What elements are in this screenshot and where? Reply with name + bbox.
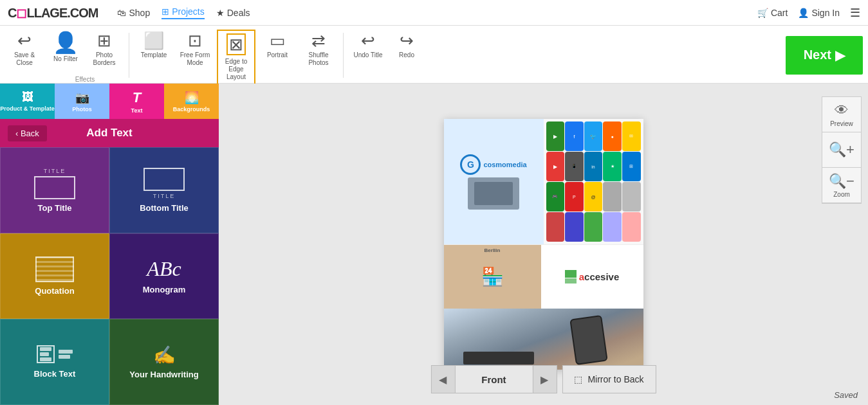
photo-borders-icon: ⊞ xyxy=(97,32,111,49)
effects-label: Effects xyxy=(75,76,95,83)
shop-icon: 🛍 xyxy=(117,8,126,18)
page-label: Front xyxy=(455,365,532,393)
canvas-accesive: accesive xyxy=(541,245,643,309)
block-text-preview xyxy=(37,345,73,365)
redo-button[interactable]: ↪ Redo xyxy=(387,30,426,75)
no-filter-icon: 👤 xyxy=(53,32,78,53)
phone-simulation xyxy=(569,315,608,365)
undo-redo-group: ↩ Undo Title ↪ Redo xyxy=(349,30,426,75)
tab-text[interactable]: T Text xyxy=(109,84,164,119)
user-icon: 👤 xyxy=(798,8,809,18)
left-panel: 🖼 Product & Template 📷 Photos T Text 🌅 B… xyxy=(0,84,219,405)
tab-product-template[interactable]: 🖼 Product & Template xyxy=(0,84,55,119)
canvas-middle-row: 🏪 Berllin accesive xyxy=(444,244,643,309)
tab-backgrounds[interactable]: 🌅 Backgrounds xyxy=(164,84,219,119)
zoom-in-icon: 🔍+ xyxy=(829,141,854,158)
cart-icon: 🛒 xyxy=(757,8,768,18)
your-handwriting-tile[interactable]: ✍ Your Handwriting xyxy=(109,319,219,405)
nav-shop[interactable]: 🛍 Shop xyxy=(117,8,150,18)
toolbar-divider-1 xyxy=(129,33,129,78)
canvas-image-cosmomedia: G cosmomedia xyxy=(444,119,544,244)
template-button[interactable]: ⬜ Template xyxy=(134,30,173,75)
edge-icon: ⊠ xyxy=(226,33,246,55)
bottom-title-preview: TITLE xyxy=(143,168,185,199)
top-title-tile[interactable]: TITLE Top Title xyxy=(0,147,109,233)
no-filter-button[interactable]: 👤 No Filter xyxy=(46,30,85,75)
collage-canvas: G cosmomedia ▶ f 🐦 xyxy=(444,119,643,370)
zoom-out-button[interactable]: 🔍− Zoom xyxy=(822,168,861,203)
quotation-tile[interactable]: Quotation xyxy=(0,233,109,320)
free-form-button[interactable]: ⊡ Free Form Mode xyxy=(176,30,214,75)
toolbar-divider-2 xyxy=(343,33,344,78)
canvas-top-row: G cosmomedia ▶ f 🐦 xyxy=(444,119,643,244)
main-area: 🖼 Product & Template 📷 Photos T Text 🌅 B… xyxy=(0,84,868,405)
nav-links: 🛍 Shop ⊞ Projects ★ Deals xyxy=(117,6,250,19)
portrait-button[interactable]: ▭ Portrait xyxy=(258,30,297,75)
monogram-tile[interactable]: ABc Monogram xyxy=(109,233,219,320)
photos-tab-icon: 📷 xyxy=(75,91,89,105)
edge-to-edge-button[interactable]: ⊠ Edge to Edge Layout xyxy=(217,30,255,85)
next-button[interactable]: Next ▶ xyxy=(786,36,863,75)
effects-group: 👤 No Filter ⊞ Photo Borders Effects xyxy=(46,30,124,83)
quotation-preview xyxy=(35,256,74,282)
template-icon: ⬜ xyxy=(143,32,164,49)
redo-icon: ↪ xyxy=(400,32,414,49)
top-title-preview: TITLE xyxy=(34,168,75,199)
bottom-nav: ◀ Front ▶ ⬚ Mirror to Back xyxy=(430,360,656,399)
right-content: G cosmomedia ▶ f 🐦 xyxy=(219,84,868,405)
block-text-tile[interactable]: Block Text xyxy=(0,319,109,405)
nav-projects[interactable]: ⊞ Projects xyxy=(162,6,205,19)
canvas-shop: 🏪 Berllin xyxy=(444,245,541,309)
back-button[interactable]: ‹ Back xyxy=(8,125,47,141)
next-page-button[interactable]: ▶ xyxy=(532,365,557,393)
eye-icon: 👁 xyxy=(835,102,849,119)
nav-deals[interactable]: ★ Deals xyxy=(216,8,250,18)
handwriting-preview: ✍ xyxy=(153,345,176,366)
projects-icon: ⊞ xyxy=(162,6,169,17)
shuffle-icon: ⇄ xyxy=(311,32,326,49)
mirror-icon: ⬚ xyxy=(574,374,582,384)
prev-page-button[interactable]: ◀ xyxy=(430,365,455,393)
monogram-preview: ABc xyxy=(147,257,181,281)
hamburger-icon: ☰ xyxy=(850,6,860,20)
preview-button[interactable]: 👁 Preview xyxy=(822,97,861,132)
bottom-title-tile[interactable]: TITLE Bottom Title xyxy=(109,147,219,233)
undo-icon: ↩ xyxy=(361,32,375,49)
signin-button[interactable]: 👤 Sign In xyxy=(798,8,840,18)
canvas-image-hexgrid: ▶ f 🐦 ● ✉ ▶ 📱 in ★ ⊞ 🎮 P @ xyxy=(544,119,643,244)
shuffle-photos-button[interactable]: ⇄ Shuffle Photos xyxy=(299,30,338,75)
tab-photos[interactable]: 📷 Photos xyxy=(55,84,109,119)
zoom-out-icon: 🔍− xyxy=(829,173,854,190)
save-close-button[interactable]: ↩ Save & Close xyxy=(5,30,44,75)
canvas-area: G cosmomedia ▶ f 🐦 xyxy=(219,84,868,405)
text-tab-icon: T xyxy=(133,89,141,106)
portrait-icon: ▭ xyxy=(270,32,286,49)
side-tools: 👁 Preview 🔍+ 🔍− Zoom xyxy=(822,96,862,204)
next-arrow-icon: ▶ xyxy=(835,48,845,63)
photo-borders-button[interactable]: ⊞ Photo Borders xyxy=(85,30,124,75)
toolbar: ↩ Save & Close 👤 No Filter ⊞ Photo Borde… xyxy=(0,26,868,84)
nav-right: 🛒 Cart 👤 Sign In ☰ xyxy=(757,6,860,20)
top-nav: C◻LLAGE.COM 🛍 Shop ⊞ Projects ★ Deals 🛒 … xyxy=(0,0,868,26)
logo: C◻LLAGE.COM xyxy=(8,5,98,21)
undo-button[interactable]: ↩ Undo Title xyxy=(349,30,387,75)
menu-button[interactable]: ☰ xyxy=(850,6,860,20)
cart-button[interactable]: 🛒 Cart xyxy=(757,8,788,18)
save-close-icon: ↩ xyxy=(17,32,32,49)
mirror-to-back-button[interactable]: ⬚ Mirror to Back xyxy=(562,365,656,393)
backgrounds-tab-icon: 🌅 xyxy=(185,91,199,105)
free-form-icon: ⊡ xyxy=(188,32,202,49)
zoom-in-button[interactable]: 🔍+ xyxy=(822,132,861,168)
text-tile-grid: TITLE Top Title TITLE Bottom Title Quota… xyxy=(0,147,219,405)
star-icon: ★ xyxy=(216,8,225,18)
product-tab-icon: 🖼 xyxy=(22,91,33,104)
tab-row: 🖼 Product & Template 📷 Photos T Text 🌅 B… xyxy=(0,84,219,119)
saved-badge: Saved xyxy=(834,390,858,400)
add-text-bar: ‹ Back Add Text xyxy=(0,119,219,147)
